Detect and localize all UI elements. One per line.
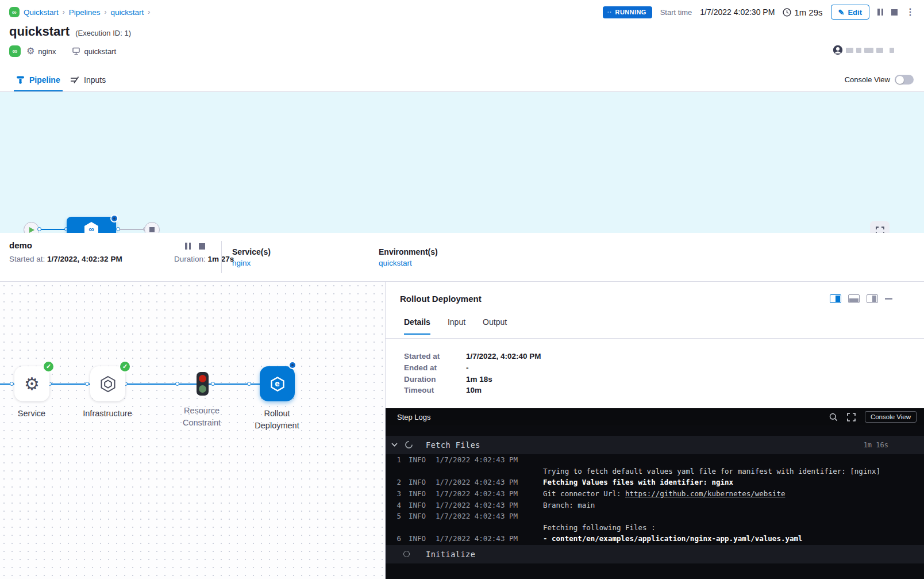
breadcrumb-quickstart[interactable]: Quickstart <box>24 8 59 17</box>
stop-execution-icon[interactable] <box>891 9 898 16</box>
log-section-initialize[interactable]: Initialize <box>386 545 924 563</box>
environments-label: Environment(s) <box>379 247 438 256</box>
step-node-infrastructure[interactable] <box>90 366 125 401</box>
breadcrumb-pipelines[interactable]: Pipelines <box>69 8 101 17</box>
log-link[interactable]: https://github.com/kubernetes/website <box>625 489 785 498</box>
breadcrumb-pipeline-name[interactable]: quickstart <box>111 8 144 17</box>
step-node-service[interactable]: ⚙ <box>14 366 49 401</box>
stage-started-at: Started at: 1/7/2022, 4:02:32 PM <box>9 255 122 263</box>
log-timestamp: 1/7/2022 4:02:43 PM <box>436 478 526 486</box>
console-view-control: Console View <box>845 68 914 91</box>
resource-label-line1: Resource <box>184 406 220 415</box>
stage-running-spinner-icon <box>111 216 117 221</box>
user-info <box>833 45 894 55</box>
step-details-panel: Rollout Deployment Details Input Output … <box>385 282 924 579</box>
panel-minimize-icon[interactable] <box>885 298 892 299</box>
layout-split-right-icon[interactable] <box>830 294 841 303</box>
pause-execution-icon[interactable] <box>877 9 883 16</box>
edge-connector-dot <box>175 382 179 386</box>
step-logs-console: Step Logs Console View Fetch Files 1m 16… <box>386 408 924 579</box>
service-link[interactable]: nginx <box>232 259 251 267</box>
log-line: Fetching following Files : <box>386 522 924 534</box>
layout-bottom-icon[interactable] <box>848 294 860 303</box>
tab-input[interactable]: Input <box>448 317 465 335</box>
gear-icon: ⚙ <box>24 375 40 393</box>
logs-fullscreen-icon[interactable] <box>847 413 856 421</box>
tab-inputs-label: Inputs <box>84 75 106 85</box>
stage-stop-icon[interactable] <box>199 243 205 250</box>
log-timestamp: 1/7/2022 4:02:43 PM <box>436 512 526 520</box>
stage-duration-label: Duration: <box>174 255 208 263</box>
log-message: Fetching Values files with identifier: n… <box>543 478 733 486</box>
edge-connector-dot <box>211 382 215 386</box>
detail-row-timeout: Timeout 10m <box>404 386 482 394</box>
execution-meta-row: ∞ ⚙ nginx quickstart <box>9 45 116 57</box>
step-node-rollout-deployment[interactable]: e <box>260 366 295 401</box>
tab-inputs[interactable]: Inputs <box>70 68 106 91</box>
edit-button[interactable]: ✎ Edit <box>831 5 869 20</box>
log-section-fetch-files[interactable]: Fetch Files 1m 16s <box>386 436 924 454</box>
step-label-resource-constraint: ResourceConstraint <box>170 405 233 429</box>
log-line-number: 2 <box>390 478 401 486</box>
log-level: INFO <box>409 478 429 486</box>
inputs-icon <box>70 76 79 84</box>
console-view-toggle[interactable] <box>895 75 914 85</box>
more-options-icon[interactable]: ⋮ <box>906 7 915 17</box>
edge-connector-dot <box>10 382 14 386</box>
tab-output[interactable]: Output <box>483 317 507 335</box>
environment-link[interactable]: quickstart <box>379 259 412 267</box>
stage-info-bar: demo Started at: 1/7/2022, 4:02:32 PM Du… <box>0 233 924 282</box>
log-message-prefix: Git connector Url: <box>543 489 625 498</box>
search-icon[interactable] <box>829 413 838 421</box>
divider <box>221 241 222 273</box>
tab-details[interactable]: Details <box>404 317 430 335</box>
log-message: - content/en/examples/application/nginx-… <box>543 534 803 543</box>
edit-button-label: Edit <box>848 8 862 17</box>
chevron-down-icon[interactable] <box>391 443 398 447</box>
execution-id: (Execution ID: 1) <box>75 29 131 37</box>
detail-row-ended-at: Ended at - <box>404 363 469 372</box>
stage-started-value: 1/7/2022, 4:02:32 PM <box>47 255 122 263</box>
stage-pause-icon[interactable] <box>185 243 191 250</box>
breadcrumb-separator: › <box>148 8 150 16</box>
layout-right-icon[interactable] <box>867 294 878 303</box>
status-badge: ·· RUNNING <box>603 6 652 18</box>
step-node-resource-constraint[interactable] <box>197 372 209 396</box>
log-line: 3 INFO 1/7/2022 4:02:43 PM Git connector… <box>386 488 924 500</box>
detail-row-duration: Duration 1m 18s <box>404 375 492 384</box>
log-message: Git connector Url: https://github.com/ku… <box>543 489 785 498</box>
console-view-button[interactable]: Console View <box>865 411 917 423</box>
step-panel-tabs: Details Input Output <box>404 317 507 335</box>
edge-connector-dot <box>247 382 251 386</box>
environment-tag[interactable]: quickstart <box>72 47 116 56</box>
cd-module-icon: ∞ <box>9 45 21 57</box>
rollout-glyph: e <box>270 375 286 392</box>
gear-icon: ⚙ <box>26 47 34 56</box>
log-level: INFO <box>409 455 429 464</box>
execution-header-actions: ·· RUNNING Start time 1/7/2022 4:02:30 P… <box>603 5 915 20</box>
stage-duration: Duration: 1m 27s <box>174 255 234 263</box>
page-header: ∞ Quickstart › Pipelines › quickstart › … <box>0 0 924 68</box>
log-line: 1 INFO 1/7/2022 4:02:43 PM <box>386 454 924 466</box>
stage-started-label: Started at: <box>9 255 47 263</box>
step-logs-title: Step Logs <box>397 413 431 421</box>
tab-pipeline-label: Pipeline <box>29 75 60 85</box>
log-section-duration: 1m 16s <box>864 441 888 449</box>
log-message: Fetching following Files : <box>543 523 656 532</box>
service-tag[interactable]: ⚙ nginx <box>26 47 56 56</box>
start-time-value: 1/7/2022 4:02:30 PM <box>700 7 775 17</box>
tab-pipeline[interactable]: Pipeline <box>16 68 60 91</box>
detail-value: 10m <box>466 386 482 394</box>
stop-icon <box>149 227 155 232</box>
execution-graph-canvas[interactable]: ⚙ ✓ Service ✓ Infrastructure ResourceCon… <box>0 282 385 579</box>
redacted-text <box>890 48 894 53</box>
log-line-number: 3 <box>390 489 401 498</box>
log-level: INFO <box>409 512 429 520</box>
console-actions: Console View <box>829 411 917 423</box>
pipeline-execution-page: ∞ Quickstart › Pipelines › quickstart › … <box>0 0 924 579</box>
status-badge-label: RUNNING <box>615 9 646 16</box>
edge-stage-to-end <box>118 229 145 230</box>
log-section-name: Fetch Files <box>426 440 480 450</box>
start-time-label: Start time <box>660 8 692 17</box>
pipeline-stage-canvas[interactable]: ∞ demo + − <box>0 92 924 233</box>
